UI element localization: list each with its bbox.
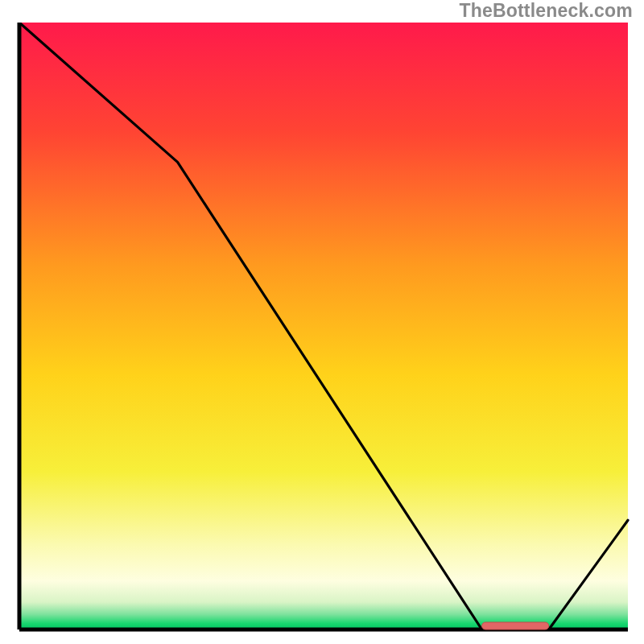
optimum-marker: [482, 622, 549, 630]
chart-background: [19, 23, 628, 630]
attribution-text: TheBottleneck.com: [0, 0, 644, 22]
chart-svg: [14, 23, 630, 634]
chart-container: TheBottleneck.com: [0, 0, 644, 644]
chart-plot: [14, 23, 630, 634]
